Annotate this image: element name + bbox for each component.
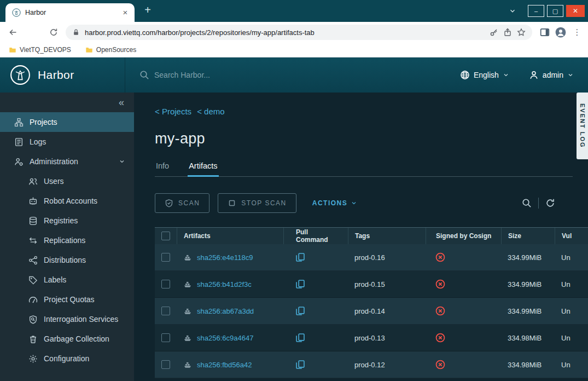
profile-avatar[interactable] [555,27,566,38]
bookmark-folder-vietq-devops[interactable]: VietTQ_DEVOPS [9,46,71,54]
artifact-digest-link[interactable]: sha256:6c9a4647 [197,334,253,342]
size-cell: 334.99MiB [501,280,555,288]
event-log-tab[interactable]: EVENT LOG [577,93,588,159]
browser-tab[interactable]: Harbor × [5,3,135,22]
language-label: English [474,71,499,79]
nav-icon [14,137,24,147]
sidebar-item-label: Project Quotas [44,295,95,304]
artifact-digest-link[interactable]: sha256:e4e118c9 [197,253,253,262]
nav-icon [14,118,24,127]
sidebar-item-label: Robot Accounts [44,197,97,205]
nav-icon [28,197,38,206]
share-icon[interactable] [503,28,512,37]
side-panel-icon[interactable] [540,27,550,37]
sidebar-item-projects[interactable]: Projects [0,112,134,132]
row-checkbox[interactable] [161,333,170,342]
sidebar-item-users[interactable]: Users [0,171,134,191]
new-tab-button[interactable]: + [140,3,155,19]
sidebar-item-label: Logs [30,137,46,146]
sidebar-item-distributions[interactable]: Distributions [0,250,134,270]
artifact-digest-link[interactable]: sha256:fbd56a42 [197,361,252,369]
col-pull-command: Pull Command [283,228,348,244]
artifact-digest-link[interactable]: sha256:b41d2f3c [197,280,252,288]
harbor-favicon-icon [12,8,21,17]
browser-menu-icon[interactable]: ⋮ [572,27,583,37]
vulnerabilities-cell: Un [555,253,588,262]
folder-icon [9,46,16,54]
size-cell: 334.99MiB [501,307,555,315]
window-minimize-button[interactable]: – [528,5,544,17]
copy-pull-command-icon[interactable] [295,279,305,289]
tab-search-chevron-icon[interactable] [509,7,516,15]
vulnerabilities-cell: Un [555,334,588,342]
table-header: Artifacts Pull Command Tags Signed by Co… [155,227,588,244]
stop-scan-button[interactable]: STOP SCAN [218,193,296,213]
language-dropdown[interactable]: English [460,70,509,80]
copy-pull-command-icon[interactable] [295,333,305,343]
bookmark-star-icon[interactable] [517,28,526,37]
sidebar-item-logs[interactable]: Logs [0,132,134,152]
size-cell: 334.99MiB [501,253,555,262]
sidebar-item-interrogation-services[interactable]: Interrogation Services [0,309,134,329]
row-checkbox[interactable] [161,253,170,262]
sidebar-item-labels[interactable]: Labels [0,270,134,290]
table-row: sha256:6c9a4647 prod-0.13 334.98MiB Un [155,325,588,351]
chevron-down-icon [351,200,357,206]
tag-cell: prod-0.15 [348,280,426,288]
sidebar-item-label: Users [44,177,64,186]
window-maximize-button[interactable]: ▢ [547,5,563,17]
artifact-digest-link[interactable]: sha256:ab67a3dd [197,307,254,315]
artifacts-toolbar: SCAN STOP SCAN ACTIONS [155,193,555,213]
col-artifacts: Artifacts [177,228,283,244]
row-checkbox[interactable] [161,360,170,369]
harbor-brand[interactable]: Harbor [10,65,117,85]
tab-info[interactable]: Info [155,161,170,176]
artifact-icon [183,280,192,288]
copy-pull-command-icon[interactable] [295,306,305,316]
url-text[interactable]: harbor.prod.viettq.com/harbor/projects/2… [85,28,485,37]
user-dropdown[interactable]: admin [529,70,574,80]
window-close-button[interactable]: ✕ [566,5,585,17]
select-all-checkbox[interactable] [161,232,170,240]
sidebar-item-garbage-collection[interactable]: Garbage Collection [0,329,134,349]
search-input[interactable] [154,71,335,79]
main-content: < Projects < demo my-app Info Artifacts … [134,93,588,381]
sidebar-item-label: Labels [44,275,66,284]
not-signed-icon [435,306,445,316]
tab-close-icon[interactable]: × [120,8,130,18]
tag-cell: prod-0.12 [348,361,426,369]
col-tags: Tags [348,228,426,244]
artifact-icon [183,253,192,262]
grid-search-icon[interactable] [522,198,532,208]
sidebar-item-registries[interactable]: Registries [0,211,134,230]
back-button[interactable] [5,25,21,40]
scan-button[interactable]: SCAN [155,193,209,213]
not-signed-icon [435,279,445,289]
vulnerabilities-cell: Un [555,280,588,288]
tab-artifacts[interactable]: Artifacts [188,161,218,177]
breadcrumb-demo-link[interactable]: < demo [197,107,224,116]
nav-icon [28,334,38,344]
col-signed-by-cosign: Signed by Cosign [426,228,501,244]
key-icon[interactable] [490,28,498,37]
omnibox[interactable]: harbor.prod.viettq.com/harbor/projects/2… [66,25,532,40]
sidebar-item-configuration[interactable]: Configuration [0,349,134,368]
sidebar-collapse-icon[interactable]: « [119,97,124,108]
not-signed-icon [435,252,445,262]
row-checkbox[interactable] [161,307,170,315]
sidebar-item-label: Distributions [44,256,86,264]
sidebar-item-robot-accounts[interactable]: Robot Accounts [0,191,134,211]
table-row: sha256:fbd56a42 prod-0.12 334.98MiB Un [155,351,588,378]
actions-dropdown[interactable]: ACTIONS [312,199,358,207]
sidebar-item-project-quotas[interactable]: Project Quotas [0,290,134,309]
copy-pull-command-icon[interactable] [295,360,305,370]
breadcrumb-projects-link[interactable]: < Projects [155,107,191,116]
copy-pull-command-icon[interactable] [295,252,305,262]
row-checkbox[interactable] [161,280,170,288]
reload-button[interactable] [46,25,61,40]
sidebar-item-replications[interactable]: Replications [0,230,134,250]
nav-icon [28,354,38,363]
bookmark-folder-opensources[interactable]: OpenSources [85,46,136,54]
refresh-icon[interactable] [545,198,555,208]
sidebar-item-administration[interactable]: Administration [0,152,134,171]
